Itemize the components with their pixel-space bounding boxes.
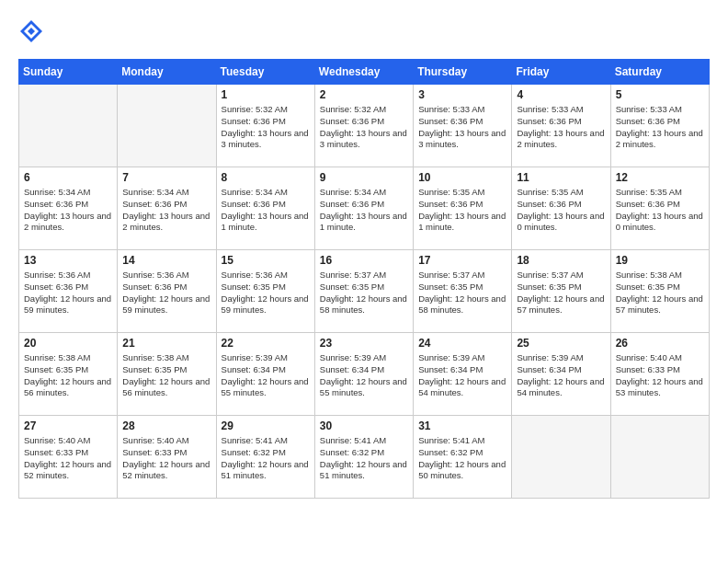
- day-info: Sunrise: 5:37 AM Sunset: 6:35 PM Dayligh…: [320, 270, 408, 316]
- calendar-cell: 20Sunrise: 5:38 AM Sunset: 6:35 PM Dayli…: [19, 333, 118, 416]
- day-info: Sunrise: 5:35 AM Sunset: 6:36 PM Dayligh…: [616, 187, 704, 234]
- day-number: 15: [222, 254, 310, 267]
- calendar-cell: 19Sunrise: 5:38 AM Sunset: 6:35 PM Dayli…: [610, 250, 709, 333]
- day-number: 26: [616, 337, 704, 350]
- day-number: 25: [517, 337, 605, 350]
- day-info: Sunrise: 5:40 AM Sunset: 6:33 PM Dayligh…: [24, 435, 112, 482]
- day-info: Sunrise: 5:40 AM Sunset: 6:33 PM Dayligh…: [616, 352, 704, 399]
- day-number: 22: [222, 337, 310, 350]
- day-info: Sunrise: 5:38 AM Sunset: 6:35 PM Dayligh…: [616, 270, 704, 316]
- calendar-cell: 2Sunrise: 5:32 AM Sunset: 6:36 PM Daylig…: [314, 85, 413, 167]
- calendar-cell: 26Sunrise: 5:40 AM Sunset: 6:33 PM Dayli…: [610, 333, 709, 416]
- page-header: [18, 18, 710, 44]
- day-number: 30: [320, 419, 408, 432]
- calendar-table: SundayMondayTuesdayWednesdayThursdayFrid…: [18, 59, 710, 499]
- calendar-cell: 13Sunrise: 5:36 AM Sunset: 6:36 PM Dayli…: [19, 250, 118, 333]
- logo-icon: [18, 18, 44, 44]
- day-number: 2: [320, 88, 408, 101]
- day-number: 6: [24, 171, 112, 184]
- calendar-cell: 16Sunrise: 5:37 AM Sunset: 6:35 PM Dayli…: [314, 250, 413, 333]
- day-number: 18: [517, 254, 605, 267]
- calendar-cell: 6Sunrise: 5:34 AM Sunset: 6:36 PM Daylig…: [19, 167, 118, 250]
- day-info: Sunrise: 5:37 AM Sunset: 6:35 PM Dayligh…: [418, 270, 506, 316]
- column-header-friday: Friday: [512, 60, 610, 85]
- day-number: 20: [24, 337, 112, 350]
- calendar-cell: 30Sunrise: 5:41 AM Sunset: 6:32 PM Dayli…: [314, 416, 413, 499]
- day-number: 19: [616, 254, 704, 267]
- calendar-cell: 17Sunrise: 5:37 AM Sunset: 6:35 PM Dayli…: [414, 250, 512, 333]
- calendar-cell: [512, 416, 610, 499]
- day-info: Sunrise: 5:41 AM Sunset: 6:32 PM Dayligh…: [418, 435, 506, 482]
- day-info: Sunrise: 5:39 AM Sunset: 6:34 PM Dayligh…: [517, 352, 605, 399]
- calendar-cell: [19, 85, 118, 167]
- day-number: 23: [320, 337, 408, 350]
- calendar-cell: 23Sunrise: 5:39 AM Sunset: 6:34 PM Dayli…: [314, 333, 413, 416]
- calendar-cell: 7Sunrise: 5:34 AM Sunset: 6:36 PM Daylig…: [118, 167, 216, 250]
- day-number: 3: [418, 88, 506, 101]
- calendar-cell: 8Sunrise: 5:34 AM Sunset: 6:36 PM Daylig…: [216, 167, 314, 250]
- calendar-cell: 9Sunrise: 5:34 AM Sunset: 6:36 PM Daylig…: [314, 167, 413, 250]
- day-number: 28: [122, 419, 210, 432]
- day-info: Sunrise: 5:39 AM Sunset: 6:34 PM Dayligh…: [222, 352, 310, 399]
- day-info: Sunrise: 5:41 AM Sunset: 6:32 PM Dayligh…: [222, 435, 310, 482]
- day-number: 8: [222, 171, 310, 184]
- calendar-cell: 3Sunrise: 5:33 AM Sunset: 6:36 PM Daylig…: [414, 85, 512, 167]
- day-number: 1: [222, 88, 310, 101]
- column-header-sunday: Sunday: [19, 60, 118, 85]
- column-header-saturday: Saturday: [610, 60, 709, 85]
- day-number: 13: [24, 254, 112, 267]
- calendar-cell: 10Sunrise: 5:35 AM Sunset: 6:36 PM Dayli…: [414, 167, 512, 250]
- calendar-cell: 1Sunrise: 5:32 AM Sunset: 6:36 PM Daylig…: [216, 85, 314, 167]
- calendar-cell: 18Sunrise: 5:37 AM Sunset: 6:35 PM Dayli…: [512, 250, 610, 333]
- calendar-week-row: 6Sunrise: 5:34 AM Sunset: 6:36 PM Daylig…: [19, 167, 710, 250]
- day-number: 16: [320, 254, 408, 267]
- day-number: 31: [418, 419, 506, 432]
- day-info: Sunrise: 5:33 AM Sunset: 6:36 PM Dayligh…: [418, 104, 506, 151]
- day-info: Sunrise: 5:39 AM Sunset: 6:34 PM Dayligh…: [418, 352, 506, 399]
- calendar-cell: [610, 416, 709, 499]
- calendar-cell: 4Sunrise: 5:33 AM Sunset: 6:36 PM Daylig…: [512, 85, 610, 167]
- day-number: 24: [418, 337, 506, 350]
- day-number: 29: [222, 419, 310, 432]
- calendar-cell: 29Sunrise: 5:41 AM Sunset: 6:32 PM Dayli…: [216, 416, 314, 499]
- column-header-monday: Monday: [118, 60, 216, 85]
- calendar-cell: 22Sunrise: 5:39 AM Sunset: 6:34 PM Dayli…: [216, 333, 314, 416]
- day-number: 9: [320, 171, 408, 184]
- calendar-cell: 28Sunrise: 5:40 AM Sunset: 6:33 PM Dayli…: [118, 416, 216, 499]
- day-info: Sunrise: 5:34 AM Sunset: 6:36 PM Dayligh…: [320, 187, 408, 234]
- calendar-cell: 15Sunrise: 5:36 AM Sunset: 6:35 PM Dayli…: [216, 250, 314, 333]
- column-header-wednesday: Wednesday: [314, 60, 413, 85]
- day-number: 7: [122, 171, 210, 184]
- day-info: Sunrise: 5:34 AM Sunset: 6:36 PM Dayligh…: [24, 187, 112, 234]
- day-info: Sunrise: 5:38 AM Sunset: 6:35 PM Dayligh…: [24, 352, 112, 399]
- day-number: 27: [24, 419, 112, 432]
- column-header-thursday: Thursday: [414, 60, 512, 85]
- day-info: Sunrise: 5:36 AM Sunset: 6:36 PM Dayligh…: [24, 270, 112, 316]
- calendar-cell: 5Sunrise: 5:33 AM Sunset: 6:36 PM Daylig…: [610, 85, 709, 167]
- day-info: Sunrise: 5:32 AM Sunset: 6:36 PM Dayligh…: [320, 104, 408, 151]
- day-number: 10: [418, 171, 506, 184]
- day-info: Sunrise: 5:33 AM Sunset: 6:36 PM Dayligh…: [517, 104, 605, 151]
- day-number: 4: [517, 88, 605, 101]
- day-info: Sunrise: 5:33 AM Sunset: 6:36 PM Dayligh…: [616, 104, 704, 151]
- day-info: Sunrise: 5:39 AM Sunset: 6:34 PM Dayligh…: [320, 352, 408, 399]
- calendar-week-row: 13Sunrise: 5:36 AM Sunset: 6:36 PM Dayli…: [19, 250, 710, 333]
- day-number: 12: [616, 171, 704, 184]
- day-number: 5: [616, 88, 704, 101]
- day-info: Sunrise: 5:34 AM Sunset: 6:36 PM Dayligh…: [222, 187, 310, 234]
- calendar-cell: 27Sunrise: 5:40 AM Sunset: 6:33 PM Dayli…: [19, 416, 118, 499]
- logo: [18, 18, 48, 44]
- day-number: 14: [122, 254, 210, 267]
- calendar-cell: 12Sunrise: 5:35 AM Sunset: 6:36 PM Dayli…: [610, 167, 709, 250]
- calendar-cell: 11Sunrise: 5:35 AM Sunset: 6:36 PM Dayli…: [512, 167, 610, 250]
- day-number: 21: [122, 337, 210, 350]
- day-info: Sunrise: 5:38 AM Sunset: 6:35 PM Dayligh…: [122, 352, 210, 399]
- day-info: Sunrise: 5:32 AM Sunset: 6:36 PM Dayligh…: [222, 104, 310, 151]
- calendar-cell: 25Sunrise: 5:39 AM Sunset: 6:34 PM Dayli…: [512, 333, 610, 416]
- calendar-cell: 24Sunrise: 5:39 AM Sunset: 6:34 PM Dayli…: [414, 333, 512, 416]
- calendar-week-row: 20Sunrise: 5:38 AM Sunset: 6:35 PM Dayli…: [19, 333, 710, 416]
- calendar-header-row: SundayMondayTuesdayWednesdayThursdayFrid…: [19, 60, 710, 85]
- day-number: 17: [418, 254, 506, 267]
- calendar-week-row: 27Sunrise: 5:40 AM Sunset: 6:33 PM Dayli…: [19, 416, 710, 499]
- calendar-cell: 14Sunrise: 5:36 AM Sunset: 6:36 PM Dayli…: [118, 250, 216, 333]
